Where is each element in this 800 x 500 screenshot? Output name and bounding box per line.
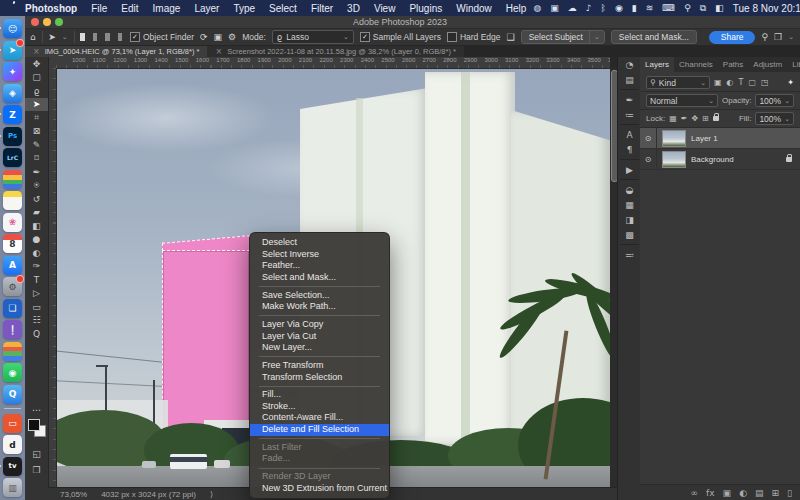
- new-layer-icon[interactable]: ⊞: [772, 488, 780, 498]
- character-panel-icon[interactable]: A: [618, 127, 641, 142]
- libraries-panel-icon[interactable]: ▤: [618, 72, 641, 87]
- opacity-dropdown[interactable]: 100% ⌄: [755, 94, 794, 107]
- menu-item-plugins[interactable]: Plugins: [402, 3, 449, 14]
- layer-row-layer-1[interactable]: ⊙Layer 1: [640, 128, 800, 149]
- context-menu-item-feather[interactable]: Feather...: [250, 260, 389, 272]
- clone-stamp-tool[interactable]: ⍟: [25, 179, 48, 193]
- gradient-tool[interactable]: ◧: [25, 219, 48, 233]
- history-panel-icon[interactable]: ◔: [618, 57, 641, 72]
- healing-brush-tool[interactable]: ⌑: [25, 152, 48, 166]
- edit-toolbar-icon[interactable]: ⋯: [25, 405, 48, 415]
- blend-mode-dropdown[interactable]: Normal ⌄: [646, 94, 718, 107]
- adjustments-panel-icon[interactable]: ≕: [618, 247, 641, 262]
- dock-search-app[interactable]: Q: [3, 385, 22, 404]
- select-subject-button[interactable]: Select Subject ⌄: [521, 30, 605, 44]
- menu-item-view[interactable]: View: [367, 3, 403, 14]
- document-tab-2[interactable]: ×Screenshot 2022-11-08 at 20.11.58.jpg @…: [207, 46, 463, 57]
- context-menu-item-make-work-path[interactable]: Make Work Path...: [250, 301, 389, 313]
- lock-all-icon[interactable]: [713, 116, 719, 121]
- context-menu-item-save-selection[interactable]: Save Selection...: [250, 290, 389, 302]
- lock-position-icon[interactable]: ✥: [691, 114, 698, 123]
- menu-item-photoshop[interactable]: Photoshop: [18, 3, 84, 14]
- pen-tool[interactable]: ✑: [25, 260, 48, 274]
- context-menu-item-new-layer[interactable]: New Layer...: [250, 342, 389, 354]
- dock-trash[interactable]: ▥: [3, 478, 22, 497]
- context-menu-item-layer-via-cut[interactable]: Layer Via Cut: [250, 331, 389, 343]
- context-menu-item-content-aware-fill[interactable]: Content-Aware Fill...: [250, 412, 389, 424]
- link-layers-icon[interactable]: ∞: [691, 488, 699, 498]
- dock-board-app[interactable]: ❏: [3, 299, 22, 318]
- home-icon[interactable]: ⌂: [30, 32, 36, 42]
- context-menu-item-free-transform[interactable]: Free Transform: [250, 360, 389, 372]
- cloud-status-icon[interactable]: ☁: [568, 3, 577, 14]
- eraser-tool[interactable]: ▰: [25, 206, 48, 220]
- mode-dropdown[interactable]: ϱ Lasso ⌄: [272, 30, 354, 44]
- filter-type-icon[interactable]: T: [739, 78, 744, 87]
- show-all-objects-icon[interactable]: ▣: [214, 32, 223, 42]
- lock-pixels-icon[interactable]: ✒: [681, 114, 688, 123]
- context-menu-item-fill[interactable]: Fill...: [250, 389, 389, 401]
- tool-preset-icon[interactable]: ➤: [48, 32, 56, 42]
- dock-app-store[interactable]: A: [3, 256, 22, 275]
- context-menu-item-deselect[interactable]: Deselect: [250, 237, 389, 249]
- selection-intersect-icon[interactable]: [118, 33, 122, 41]
- menu-item-file[interactable]: File: [84, 3, 114, 14]
- lock-artboard-icon[interactable]: ⊞: [702, 114, 709, 123]
- swatches-panel-icon[interactable]: ▦: [618, 197, 641, 212]
- menu-item-help[interactable]: Help: [499, 3, 534, 14]
- context-menu-item-layer-via-copy[interactable]: Layer Via Copy: [250, 319, 389, 331]
- app-status-icon[interactable]: ▣: [550, 3, 559, 14]
- context-menu-item-select-and-mask[interactable]: Select and Mask...: [250, 272, 389, 284]
- menu-item-window[interactable]: Window: [449, 3, 499, 14]
- gear-icon[interactable]: ⚙: [228, 32, 236, 42]
- selection-new-icon[interactable]: [80, 33, 84, 41]
- panel-tab-channels[interactable]: Channels: [674, 57, 718, 72]
- screen-mode-icon[interactable]: ❐: [25, 465, 48, 475]
- foreground-color-swatch[interactable]: [28, 419, 40, 431]
- gradients-panel-icon[interactable]: ◨: [618, 212, 641, 227]
- color-panel-icon[interactable]: ◒: [618, 182, 641, 197]
- panel-tab-layers[interactable]: Layers: [640, 57, 674, 72]
- layer-mask-icon[interactable]: ▣: [723, 488, 732, 498]
- dock-audio-app[interactable]: ◉: [3, 363, 22, 382]
- battery-icon[interactable]: ▮: [632, 3, 637, 14]
- camera-status-icon[interactable]: ◍: [533, 3, 541, 14]
- bluetooth-icon[interactable]: ᛒ: [601, 3, 606, 14]
- filter-smartobject-icon[interactable]: ◳: [761, 78, 769, 87]
- zoom-level[interactable]: 73,05%: [60, 490, 87, 499]
- filter-shape-icon[interactable]: ▢: [748, 78, 756, 87]
- zoom-tool[interactable]: Q: [25, 327, 48, 341]
- chevron-down-icon[interactable]: ⌄: [589, 31, 604, 43]
- adjustment-layer-icon[interactable]: ◐: [739, 488, 747, 498]
- dock-zalo[interactable]: Z: [3, 105, 22, 124]
- lock-transparency-icon[interactable]: ▦: [669, 114, 677, 123]
- dock-lightroom[interactable]: LrC: [3, 148, 22, 167]
- filter-pin-icon[interactable]: ✦: [787, 78, 794, 87]
- workspace-icon[interactable]: ❐: [774, 32, 782, 42]
- close-tab-icon[interactable]: ×: [215, 47, 222, 56]
- selection-add-icon[interactable]: [93, 33, 97, 41]
- display-icon[interactable]: ⧉: [700, 3, 706, 14]
- filter-adjustment-icon[interactable]: ◐: [727, 78, 734, 87]
- dock-chat-app[interactable]: ❕: [3, 320, 22, 339]
- brush-settings-panel-icon[interactable]: ✒: [618, 92, 641, 107]
- color-swatches[interactable]: [28, 419, 46, 437]
- hard-edge-checkbox[interactable]: Hard Edge: [447, 32, 501, 42]
- menu-item-select[interactable]: Select: [262, 3, 304, 14]
- screen-record-icon[interactable]: ◉: [615, 3, 623, 14]
- eyedropper-tool[interactable]: ✎: [25, 138, 48, 152]
- marquee-tool[interactable]: ▢: [25, 71, 48, 85]
- refresh-icon[interactable]: ⟳: [200, 32, 208, 42]
- dock-media-app[interactable]: [3, 342, 22, 361]
- layer-filter-dropdown[interactable]: ⚲ Kind ⌄: [646, 76, 710, 89]
- search-icon[interactable]: ⚲: [761, 32, 768, 42]
- patterns-panel-icon[interactable]: ▩: [618, 227, 641, 242]
- context-menu-item-select-inverse[interactable]: Select Inverse: [250, 249, 389, 261]
- lasso-tool[interactable]: ϱ: [25, 84, 48, 98]
- layer-thumbnail[interactable]: [662, 151, 686, 168]
- select-and-mask-button[interactable]: Select and Mask...: [611, 30, 697, 44]
- selection-subtract-icon[interactable]: [105, 33, 109, 41]
- menu-item-edit[interactable]: Edit: [114, 3, 145, 14]
- type-tool[interactable]: T: [25, 273, 48, 287]
- dock-messenger[interactable]: ✦: [3, 62, 22, 81]
